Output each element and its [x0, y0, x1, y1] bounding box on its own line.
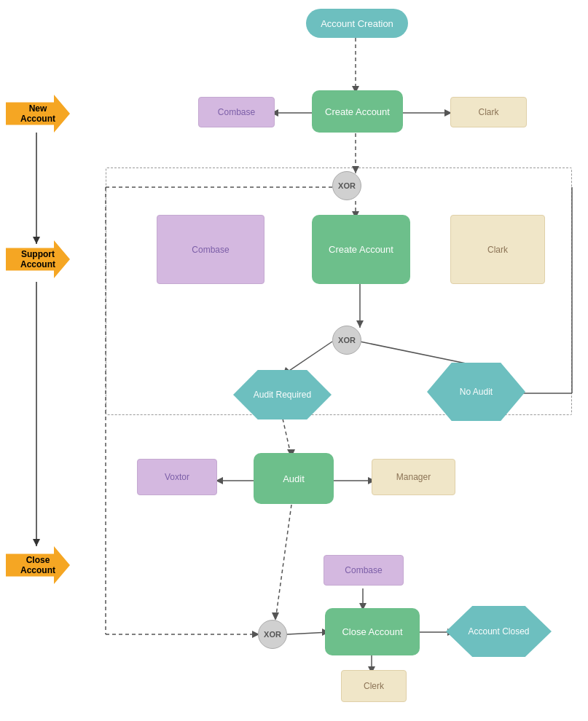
- combase-top-node: Combase: [198, 97, 275, 127]
- svg-line-25: [275, 505, 291, 620]
- create-account-mid-node: Create Account: [312, 215, 410, 284]
- voxtor-node: Voxtor: [137, 459, 217, 495]
- audit-node: Audit: [254, 453, 334, 504]
- combase-mid-node: Combase: [157, 215, 264, 284]
- xor3-node: XOR: [258, 620, 287, 649]
- clark-top-node: Clark: [450, 97, 527, 127]
- create-account-top-node: Create Account: [312, 90, 403, 133]
- svg-line-19: [283, 419, 291, 457]
- clark-mid-node: Clark: [450, 215, 545, 284]
- manager-node: Manager: [372, 459, 455, 495]
- xor1-node: XOR: [332, 171, 361, 200]
- svg-marker-41: [33, 539, 40, 546]
- account-closed-node: Account Closed: [446, 606, 552, 657]
- new-account-node: New Account: [6, 95, 70, 133]
- support-account-node: Support Account: [6, 240, 70, 278]
- account-creation-node: Account Creation: [306, 9, 408, 38]
- close-account-mid-node: Close Account: [325, 608, 420, 655]
- clerk-bottom-node: Clerk: [341, 670, 407, 702]
- svg-line-30: [287, 632, 329, 634]
- diagram-container: Account Creation New Account Support Acc…: [0, 0, 588, 721]
- combase-bottom-node: Combase: [324, 555, 404, 586]
- svg-marker-39: [33, 237, 40, 244]
- close-account-left-node: Close Account: [6, 546, 70, 584]
- xor2-node: XOR: [332, 326, 361, 355]
